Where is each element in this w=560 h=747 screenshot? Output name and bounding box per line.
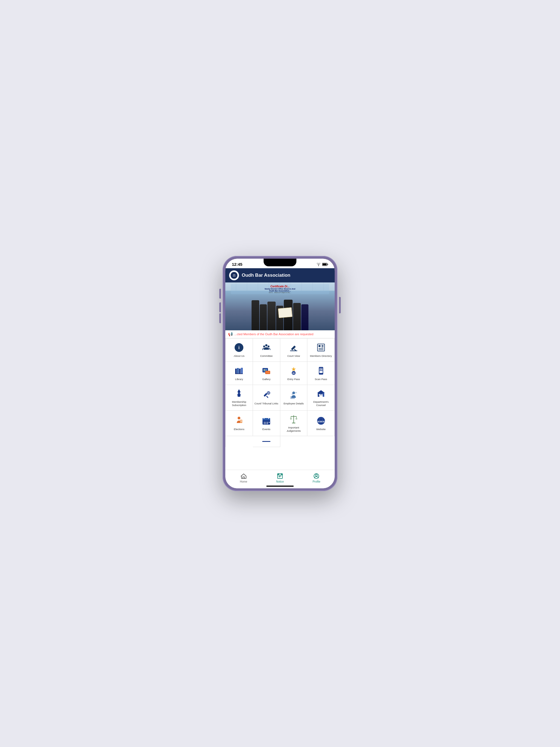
svg-rect-65 xyxy=(319,394,320,395)
svg-rect-14 xyxy=(319,345,321,347)
svg-text:i: i xyxy=(238,345,239,350)
profile-nav-label: Profile xyxy=(312,480,320,483)
home-nav-label: Home xyxy=(240,480,247,483)
svg-text:?: ? xyxy=(295,391,297,394)
svg-rect-42 xyxy=(321,370,321,371)
status-time: 12:45 xyxy=(232,262,242,266)
svg-rect-19 xyxy=(235,368,237,374)
svg-rect-2 xyxy=(323,263,327,265)
svg-rect-77 xyxy=(262,419,270,420)
svg-rect-23 xyxy=(235,374,243,374)
menu-item-gallery[interactable]: Gallery xyxy=(253,362,280,385)
menu-item-entry-pass[interactable]: ID Entry Pass xyxy=(280,362,308,385)
svg-rect-38 xyxy=(320,369,320,370)
svg-rect-86 xyxy=(267,423,268,424)
svg-text:⚖: ⚖ xyxy=(233,274,236,277)
svg-point-54 xyxy=(268,392,269,393)
nav-home[interactable]: Home xyxy=(225,473,262,483)
entry-pass-label: Entry Pass xyxy=(287,378,300,381)
svg-rect-73 xyxy=(240,420,242,421)
svg-rect-36 xyxy=(321,368,321,369)
menu-item-departments-counsel[interactable]: Department's Counsel xyxy=(307,385,335,411)
nav-profile[interactable]: Profile xyxy=(298,473,335,483)
banner: Certificate Di... Newly Elected Office B… xyxy=(225,282,335,330)
svg-rect-15 xyxy=(322,345,324,346)
banner-org: Oudh Bar Association... xyxy=(232,290,328,292)
announcement-bar: 📢 ...cted Members of the Oudh Bar Associ… xyxy=(225,330,335,338)
menu-item-important-judgements[interactable]: Important Judgements xyxy=(280,411,308,436)
menu-item-about-us[interactable]: i About Us xyxy=(226,338,253,362)
menu-item-membership-subscription[interactable]: Membership Subscription xyxy=(226,385,253,411)
elections-label: Elections xyxy=(234,428,245,431)
svg-rect-68 xyxy=(320,395,323,397)
svg-rect-45 xyxy=(238,394,240,397)
svg-rect-58 xyxy=(269,393,270,393)
entry-pass-icon: ID xyxy=(288,366,299,376)
home-nav-icon xyxy=(240,473,247,479)
menu-item-employee-details[interactable]: ? ? Employee Details xyxy=(280,385,308,411)
court-tribunal-links-label: Court/ Tribunal Links xyxy=(255,402,278,405)
svg-rect-74 xyxy=(240,421,242,422)
svg-marker-64 xyxy=(317,390,325,393)
departments-counsel-icon xyxy=(316,388,326,398)
svg-text:ID: ID xyxy=(292,372,295,375)
committee-icon xyxy=(261,342,272,353)
svg-rect-13 xyxy=(317,344,325,351)
menu-item-elections[interactable]: Elections xyxy=(226,411,253,436)
svg-rect-49 xyxy=(238,390,239,391)
scan-pass-label: Scan Pass xyxy=(315,378,327,381)
svg-rect-78 xyxy=(263,417,264,419)
membership-subscription-icon xyxy=(234,388,244,398)
gallery-label: Gallery xyxy=(262,378,271,381)
menu-item-scan-pass[interactable]: Scan Pass xyxy=(307,362,335,385)
svg-rect-55 xyxy=(268,391,269,392)
phone-screen: 12:45 xyxy=(225,259,335,488)
app-title: Oudh Bar Association xyxy=(242,273,290,278)
menu-item-events[interactable]: Events xyxy=(253,411,280,436)
status-icons xyxy=(316,263,328,266)
svg-point-106 xyxy=(315,474,317,476)
membership-subscription-label: Membership Subscription xyxy=(227,400,252,407)
announcement-icon: 📢 xyxy=(228,332,233,336)
library-icon xyxy=(234,366,244,376)
phone-frame: 12:45 xyxy=(223,256,337,491)
svg-rect-98 xyxy=(243,477,245,479)
svg-text:?: ? xyxy=(291,393,293,396)
svg-point-44 xyxy=(321,374,321,374)
menu-item-row5-col2[interactable] xyxy=(253,436,280,447)
menu-item-library[interactable]: Library xyxy=(226,362,253,385)
svg-rect-52 xyxy=(266,396,268,398)
departments-counsel-label: Department's Counsel xyxy=(308,400,333,407)
website-label: Website xyxy=(316,428,326,431)
website-icon: www xyxy=(316,416,326,426)
svg-rect-66 xyxy=(321,394,322,395)
menu-item-members-directory[interactable]: Members Directory xyxy=(307,338,335,362)
menu-item-website[interactable]: www Website xyxy=(307,411,335,436)
svg-point-71 xyxy=(238,417,240,419)
svg-rect-35 xyxy=(320,368,321,369)
wifi-icon xyxy=(316,263,321,266)
svg-rect-80 xyxy=(264,422,265,423)
svg-rect-84 xyxy=(264,423,265,424)
court-view-label: Court View xyxy=(287,354,300,358)
svg-rect-62 xyxy=(290,396,295,399)
employee-details-icon: ? ? xyxy=(288,390,299,400)
menu-item-committee[interactable]: Committee xyxy=(253,338,280,362)
svg-rect-104 xyxy=(281,474,282,475)
menu-item-court-tribunal-links[interactable]: Court/ Tribunal Links xyxy=(253,385,280,411)
notice-nav-icon xyxy=(277,473,283,479)
announcement-text: ...cted Members of the Oudh Bar Associat… xyxy=(234,333,313,336)
svg-rect-22 xyxy=(241,368,243,374)
scroll-indicator xyxy=(262,441,271,442)
svg-rect-70 xyxy=(324,393,324,397)
svg-rect-41 xyxy=(320,370,321,371)
svg-rect-46 xyxy=(237,394,241,395)
nav-notice[interactable]: Notice xyxy=(262,473,298,483)
menu-item-court-view[interactable]: Court View xyxy=(280,338,308,362)
menu-grid: i About Us xyxy=(225,338,335,447)
svg-rect-85 xyxy=(265,423,266,424)
menu-grid-container: i About Us xyxy=(225,338,335,488)
members-directory-label: Members Directory xyxy=(310,354,332,358)
svg-point-8 xyxy=(263,345,265,347)
banner-date: On 6... 2023 at 4:15pm in Au... xyxy=(232,292,328,293)
